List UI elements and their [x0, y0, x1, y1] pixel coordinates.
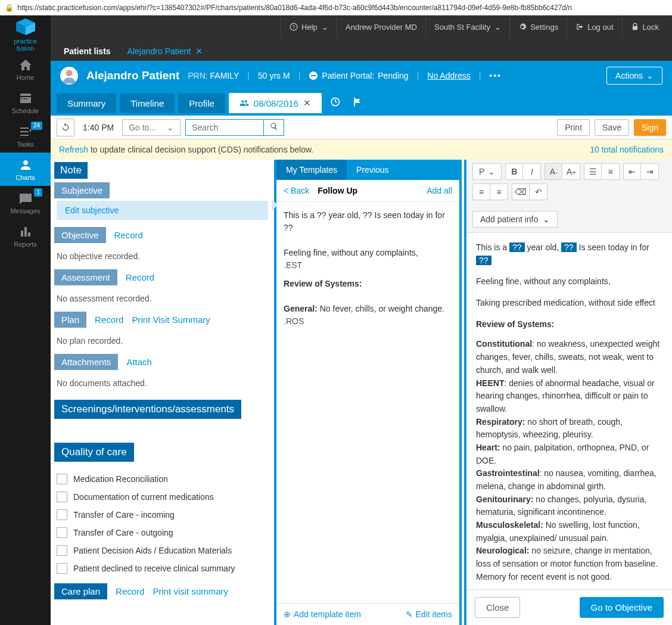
patient-more[interactable]: •••: [489, 71, 502, 80]
qc-item[interactable]: Medication Reconciliation: [51, 470, 274, 488]
help-menu[interactable]: ?Help ⌄: [281, 15, 337, 38]
search-input[interactable]: [186, 120, 263, 135]
nav-reports[interactable]: Reports: [0, 219, 51, 253]
quality-header: Quality of care: [54, 443, 134, 462]
tab-patient-lists[interactable]: Patient lists: [55, 42, 119, 61]
back-link[interactable]: < Back: [284, 186, 309, 195]
refresh-link[interactable]: Refresh: [59, 145, 88, 154]
align-left-button[interactable]: ≡: [472, 184, 490, 200]
nav-tasks[interactable]: 24Tasks: [0, 119, 51, 153]
encounter-toolbar: 1:40 PM Go to...⌄ Print Save Sign: [51, 116, 672, 139]
qc-item[interactable]: Patient declined to receive clinical sum…: [51, 559, 274, 577]
facility-menu[interactable]: South St Facility ⌄: [425, 15, 509, 38]
nav-home[interactable]: Home: [0, 52, 51, 86]
subtab-profile[interactable]: Profile: [178, 94, 225, 113]
goto-dropdown[interactable]: Go to...⌄: [122, 119, 181, 136]
qc-item[interactable]: Patient Decision Aids / Education Materi…: [51, 542, 274, 559]
nav-charts[interactable]: Charts: [0, 153, 51, 186]
print-visit-link[interactable]: Print Visit Summary: [132, 315, 210, 325]
checkbox[interactable]: [57, 527, 67, 538]
outdent-button[interactable]: ⇤: [623, 163, 641, 180]
edit-items[interactable]: ✎ Edit items: [406, 610, 452, 619]
undo-button[interactable]: ↶: [530, 184, 547, 200]
template-body: This is a ?? year old, ?? Is seen today …: [276, 202, 459, 603]
print-visit2-link[interactable]: Print visit summary: [153, 586, 228, 596]
tab-my-templates[interactable]: My Templates: [276, 160, 347, 180]
search-button[interactable]: [263, 120, 284, 135]
ul-button[interactable]: ☰: [584, 163, 602, 180]
subtab-encounter[interactable]: 08/08/2016✕: [229, 93, 322, 113]
add-all-link[interactable]: Add all: [427, 186, 452, 195]
template-ros-header: Review of Systems:: [284, 278, 452, 290]
print-button[interactable]: Print: [557, 119, 590, 136]
rich-text-toolbar: P ⌄ B I A- A+ ☰ ≡ ⇤ ⇥: [466, 160, 672, 233]
align-right-button[interactable]: ≡: [490, 184, 508, 200]
notifications-link[interactable]: 10 total notifications: [590, 145, 664, 154]
template-tag: .ROS: [284, 315, 452, 328]
subjective-editor[interactable]: This is a ?? year old, ?? Is seen today …: [466, 233, 672, 589]
svg-rect-7: [311, 75, 316, 76]
cds-notification-bar: Refresh to update clinical decision supp…: [51, 139, 672, 160]
logo[interactable]: practicefusion: [11, 20, 41, 50]
add-patient-info[interactable]: Add patient info ⌄: [472, 211, 558, 228]
placeholder[interactable]: ??: [476, 256, 491, 265]
plan-header: Plan: [54, 312, 86, 328]
font-dec-button[interactable]: A-: [545, 163, 562, 180]
search-box: [185, 119, 284, 136]
sign-button[interactable]: Sign: [634, 119, 666, 136]
edit-subjective-link[interactable]: Edit subjective: [57, 201, 268, 220]
add-template-item[interactable]: ⊕ Add template item: [284, 610, 361, 619]
patient-age: 50 yrs M: [258, 71, 290, 80]
user-name[interactable]: Andrew Provider MD: [337, 15, 425, 38]
settings-link[interactable]: Settings: [509, 15, 567, 38]
record-objective-link[interactable]: Record: [114, 230, 143, 240]
avatar[interactable]: [60, 67, 78, 85]
clear-button[interactable]: ⌫: [512, 184, 530, 200]
subtab-timeline[interactable]: Timeline: [120, 94, 175, 113]
record-careplan-link[interactable]: Record: [116, 586, 144, 596]
patient-address[interactable]: No Address: [427, 71, 470, 80]
save-button[interactable]: Save: [595, 119, 629, 136]
qc-item[interactable]: Transfer of Care - outgoing: [51, 524, 274, 542]
history-icon[interactable]: [325, 92, 344, 114]
lock-link[interactable]: Lock: [622, 15, 667, 38]
go-to-objective-button[interactable]: Go to Objective: [580, 597, 664, 618]
close-icon[interactable]: ✕: [303, 98, 311, 108]
close-icon[interactable]: ✕: [195, 46, 203, 56]
refresh-button[interactable]: [57, 119, 74, 136]
ol-button[interactable]: ≡: [602, 163, 620, 180]
italic-button[interactable]: I: [523, 163, 541, 180]
template-line[interactable]: This is a ?? year old, ?? Is seen today …: [284, 209, 452, 234]
record-assessment-link[interactable]: Record: [126, 272, 154, 282]
template-line[interactable]: General: No fever, chills, or weight cha…: [284, 303, 452, 315]
nav-schedule[interactable]: Schedule: [0, 86, 51, 119]
checkbox[interactable]: [57, 563, 67, 574]
subtab-summary[interactable]: Summary: [57, 94, 116, 113]
qc-item[interactable]: Documentation of current medications: [51, 488, 274, 506]
nav-messages[interactable]: 1Messages: [0, 186, 51, 219]
checkbox[interactable]: [57, 492, 67, 502]
careplan-header: Care plan: [54, 583, 107, 599]
flag-icon[interactable]: [348, 92, 367, 114]
placeholder[interactable]: ??: [509, 242, 525, 252]
attach-link[interactable]: Attach: [126, 357, 152, 367]
indent-button[interactable]: ⇥: [641, 163, 659, 180]
logout-link[interactable]: Log out: [567, 15, 621, 38]
bold-button[interactable]: B: [505, 163, 523, 180]
font-inc-button[interactable]: A+: [562, 163, 580, 180]
tab-previous[interactable]: Previous: [347, 160, 398, 180]
patient-tabs: Patient lists Alejandro Patient✕: [51, 38, 672, 61]
qc-item[interactable]: Transfer of Care - incoming: [51, 506, 274, 524]
placeholder[interactable]: ??: [561, 242, 577, 252]
template-title: Follow Up: [318, 186, 357, 195]
tab-patient[interactable]: Alejandro Patient✕: [119, 42, 211, 61]
checkbox[interactable]: [57, 545, 67, 556]
record-plan-link[interactable]: Record: [95, 315, 123, 325]
checkbox[interactable]: [57, 474, 67, 484]
close-button[interactable]: Close: [475, 597, 520, 618]
paragraph-select[interactable]: P ⌄: [472, 163, 502, 180]
checkbox[interactable]: [57, 509, 67, 520]
actions-button[interactable]: Actions ⌄: [606, 67, 662, 85]
patient-portal[interactable]: Patient Portal: Pending: [309, 71, 408, 80]
template-line[interactable]: Feeling fine, without any complaints,: [284, 247, 452, 259]
